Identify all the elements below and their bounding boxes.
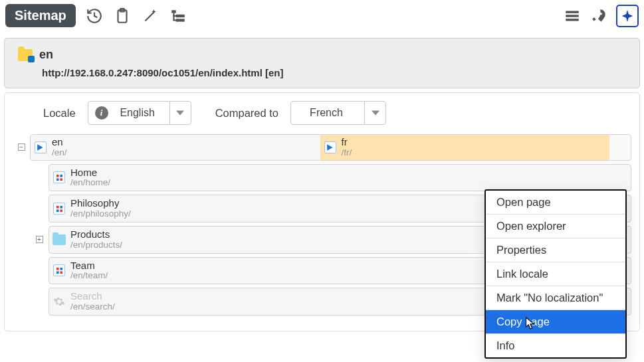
menu-item-properties[interactable]: Properties [486, 238, 625, 262]
locale-controls: Locale i English Compared to French [43, 101, 631, 125]
menu-icon[interactable] [563, 7, 582, 25]
svg-marker-15 [372, 110, 379, 115]
tree-row: Home/en/home/ [13, 164, 631, 192]
svg-rect-26 [56, 268, 58, 270]
menu-item-open-page[interactable]: Open page [486, 191, 625, 214]
folder-icon [18, 49, 33, 61]
menu-item-link-locale[interactable]: Link locale [486, 262, 625, 286]
info-icon: i [95, 106, 108, 120]
svg-rect-6 [173, 13, 174, 20]
tree-root-card[interactable]: en/en/ fr/fr/ [30, 134, 631, 161]
svg-marker-17 [327, 144, 332, 151]
folder-icon [53, 234, 66, 245]
svg-line-2 [145, 12, 154, 21]
expand-toggle[interactable]: + [36, 236, 43, 243]
sitemap-button[interactable]: Sitemap [5, 4, 76, 27]
page-icon [53, 264, 65, 276]
chevron-down-icon [364, 102, 385, 124]
svg-marker-14 [176, 110, 184, 115]
root-fr-title: fr [342, 137, 352, 148]
context-menu: Open page Open explorer Properties Link … [484, 189, 627, 359]
compared-value: French [291, 107, 364, 119]
menu-item-open-explorer[interactable]: Open explorer [486, 214, 625, 238]
item-title: Search [70, 291, 115, 302]
page-icon [53, 203, 65, 215]
locale-select[interactable]: i English [88, 101, 191, 125]
menu-item-copy-page[interactable]: Copy page [486, 310, 625, 333]
svg-rect-11 [566, 19, 579, 21]
svg-marker-13 [622, 9, 633, 21]
menu-item-info[interactable]: Info [486, 333, 625, 357]
svg-rect-19 [60, 175, 62, 177]
compared-to-label: Compared to [215, 107, 278, 120]
svg-rect-23 [60, 206, 62, 209]
svg-rect-7 [173, 15, 176, 16]
svg-rect-20 [56, 178, 58, 181]
history-icon[interactable] [85, 7, 104, 25]
svg-rect-9 [566, 11, 579, 13]
svg-rect-5 [176, 19, 185, 21]
root-en-title: en [52, 137, 67, 148]
svg-rect-27 [60, 268, 62, 270]
item-title: Products [70, 229, 122, 240]
locale-label: Locale [43, 107, 76, 120]
item-title: Team [70, 260, 108, 272]
svg-rect-18 [56, 175, 58, 177]
svg-rect-28 [56, 271, 58, 274]
collapse-toggle[interactable]: − [18, 143, 25, 151]
svg-rect-22 [56, 206, 58, 209]
root-en-path: /en/ [52, 148, 67, 158]
item-title: Home [70, 167, 110, 179]
item-path: /en/home/ [70, 178, 110, 188]
top-toolbar: Sitemap [0, 0, 644, 31]
item-path: /en/search/ [70, 302, 115, 312]
svg-rect-3 [171, 10, 176, 13]
item-path: /en/team/ [70, 271, 108, 281]
page-header-panel: en http://192.168.0.247:8090/oc1051/en/i… [4, 38, 640, 88]
tree-collapse-icon[interactable] [169, 7, 187, 25]
clipboard-icon[interactable] [113, 7, 132, 25]
root-en[interactable]: en/en/ [31, 135, 320, 160]
svg-rect-21 [60, 178, 62, 181]
compared-select[interactable]: French [290, 101, 386, 125]
gear-icon [52, 294, 66, 309]
page-icon [53, 171, 65, 183]
chevron-down-icon [169, 102, 191, 124]
arrow-right-icon [35, 141, 47, 153]
tree-item-home[interactable]: Home/en/home/ [49, 164, 631, 192]
arrow-right-icon [324, 141, 336, 153]
rocket-icon[interactable] [590, 7, 608, 25]
menu-item-mark-no-loc[interactable]: Mark "No localization" [486, 286, 625, 310]
item-path: /en/products/ [70, 240, 122, 250]
root-fr-path: /fr/ [342, 148, 352, 158]
svg-rect-8 [173, 19, 176, 21]
locale-value: English [108, 107, 169, 119]
magic-wand-icon[interactable] [141, 7, 160, 25]
launchpad-icon[interactable] [616, 5, 639, 27]
svg-point-12 [600, 13, 602, 15]
svg-rect-25 [60, 209, 62, 212]
svg-rect-24 [56, 209, 58, 212]
svg-rect-4 [176, 14, 185, 17]
page-title: en [39, 48, 53, 62]
svg-rect-29 [60, 271, 62, 274]
root-fr[interactable]: fr/fr/ [320, 135, 610, 160]
svg-rect-10 [566, 15, 579, 17]
item-path: /en/philosophy/ [70, 209, 131, 219]
cursor-icon [524, 316, 536, 333]
item-title: Philosophy [70, 198, 131, 209]
svg-marker-16 [37, 144, 43, 151]
tree-root-row: − en/en/ fr/fr/ [13, 134, 631, 161]
page-url: http://192.168.0.247:8090/oc1051/en/inde… [42, 67, 626, 78]
